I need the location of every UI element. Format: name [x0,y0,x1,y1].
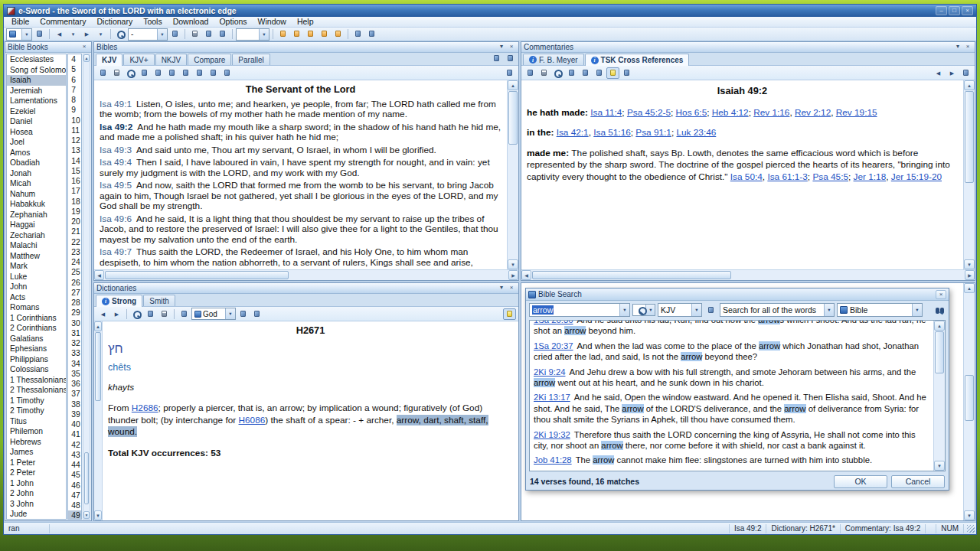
book-item[interactable]: Romans [7,302,66,313]
result-reference-link[interactable]: 2Ki 13:17 [534,393,570,402]
book-item[interactable]: Jonah [7,168,66,179]
chapter-item[interactable]: 8 [68,95,81,105]
book-item[interactable]: 1 John [7,478,66,489]
scripture-link[interactable]: Isa 42:1 [557,127,589,138]
scripture-link[interactable]: Luk 23:46 [676,127,716,138]
verse-list-icon[interactable] [250,308,263,320]
scroll-down-icon[interactable]: ▼ [934,461,945,471]
highlighter-icon[interactable] [503,308,516,320]
verse-reference[interactable]: Isa 49:2 [100,122,132,132]
book-item[interactable]: Amos [7,148,66,158]
chapter-item[interactable]: 28 [68,298,81,308]
close-icon[interactable]: × [936,290,946,299]
strongs-icon[interactable] [152,67,165,79]
previous-icon[interactable]: ◀ [932,67,945,79]
menu-item[interactable]: Tools [138,17,168,27]
print-icon[interactable] [110,67,123,79]
scripture-link[interactable]: Isa 11:4 [590,107,622,118]
dropdown-arrow-icon[interactable]: ▾ [259,29,269,40]
book-item[interactable]: Philippians [7,354,66,365]
book-item[interactable]: Micah [7,178,66,189]
scroll-left-icon[interactable]: ◀ [521,270,531,280]
highlighter-icon[interactable] [606,67,619,79]
menu-item[interactable]: Commentary [34,17,91,27]
book-item[interactable]: 3 John [7,499,66,510]
back-icon[interactable]: ◀ [53,28,66,40]
chapter-item[interactable]: 43 [68,450,81,460]
scroll-thumb[interactable] [532,271,731,279]
zoom-combo[interactable]: ▾ [236,28,270,41]
search-term-combo[interactable]: arrow ▾ [529,303,630,317]
book-item[interactable]: Ecclesiastes [7,54,66,65]
scripture-link[interactable]: Isa 50:4 [730,171,763,182]
scroll-down-icon[interactable]: ▼ [508,259,518,269]
scripture-link[interactable]: H2686 [132,403,158,413]
book-item[interactable]: Jeremiah [7,86,66,96]
close-button[interactable]: × [962,6,973,15]
result-reference-link[interactable]: 1Sa 20:36 [534,321,573,324]
chapter-item[interactable]: 21 [68,227,81,236]
chapter-item[interactable]: 44 [68,460,81,470]
scripture-link[interactable]: Rev 2:12 [795,107,831,118]
copy-verses-icon[interactable] [96,67,109,79]
layout-commentary-icon[interactable] [290,28,303,40]
menu-item[interactable]: Help [292,17,319,27]
verse-reference[interactable]: Isa 49:7 [100,246,132,257]
search-icon[interactable] [551,67,564,79]
book-item[interactable]: Nahum [7,189,66,200]
scroll-up-icon[interactable]: ▲ [964,283,975,293]
print-icon[interactable] [188,28,201,40]
panel-menu-icon[interactable]: ▾ [497,284,506,292]
search-icon[interactable] [124,67,137,79]
chapter-item[interactable]: 49 [68,510,81,520]
verse-reference[interactable]: Isa 49:4 [100,157,132,168]
compare-icon[interactable] [138,67,151,79]
text-size-icon[interactable] [237,308,250,320]
chapter-item[interactable]: 38 [68,399,81,409]
chapter-item[interactable]: 23 [68,247,81,257]
forward-icon[interactable]: ▶ [80,28,93,40]
book-item[interactable]: Daniel [7,116,66,127]
search-result-row[interactable]: 1Sa 20:36And he said unto his lad, Run, … [534,321,929,337]
scroll-thumb[interactable] [84,452,89,504]
book-item[interactable]: 2 Timothy [7,406,66,416]
book-item[interactable]: Zechariah [7,230,66,241]
chapter-item[interactable]: 42 [68,440,81,450]
chapter-item[interactable]: 48 [68,500,81,510]
chapter-item[interactable]: 15 [68,166,81,176]
close-icon[interactable]: × [80,43,89,51]
search-result-row[interactable]: Job 41:28The arrow cannot make him flee:… [534,455,929,465]
scroll-up-icon[interactable]: ▲ [934,321,945,331]
search-result-row[interactable]: 2Ki 9:24And Jehu drew a bow with his ful… [534,367,929,389]
chapter-item[interactable]: 13 [68,145,81,155]
scroll-thumb[interactable] [965,375,974,421]
book-item[interactable]: 1 Peter [7,458,66,468]
search-result-row[interactable]: 2Ki 19:32Therefore thus saith the LORD c… [534,429,929,452]
menu-item[interactable]: Dictionary [91,17,138,27]
print-icon[interactable] [537,67,550,79]
copy-icon[interactable] [216,28,229,40]
text-size-icon[interactable] [220,67,234,79]
panel-menu-icon[interactable]: ▾ [953,43,962,51]
book-item[interactable]: James [7,447,66,458]
chapter-item[interactable]: 30 [68,318,81,328]
result-reference-link[interactable]: Job 41:28 [534,455,572,465]
highlighter-icon[interactable] [179,67,192,79]
bible-tab[interactable]: i KJV+ [123,54,154,65]
scroll-thumb[interactable] [508,91,518,145]
scroll-up-icon[interactable]: ▲ [508,80,518,90]
vertical-scrollbar[interactable]: ▲ ▼ [933,321,945,471]
copy-icon[interactable] [144,308,157,320]
scripture-link[interactable]: Heb 4:12 [712,107,749,118]
tooltip-icon[interactable] [620,67,633,79]
verse-reference[interactable]: Isa 49:3 [100,145,132,155]
search-result-row[interactable]: 1Sa 20:37And when the lad was come to th… [534,341,929,363]
scroll-down-icon[interactable]: ▼ [964,259,975,269]
book-item[interactable]: Ephesians [7,344,66,354]
search-result-row[interactable]: 2Ki 13:17And he said, Open the window ea… [534,392,929,425]
chapter-item[interactable]: 39 [68,409,81,419]
scroll-down-icon[interactable]: ▼ [94,510,102,520]
forward-history-icon[interactable]: ▾ [94,28,107,40]
chapter-item[interactable]: 35 [68,369,81,379]
scroll-up-icon[interactable]: ▲ [964,80,975,90]
